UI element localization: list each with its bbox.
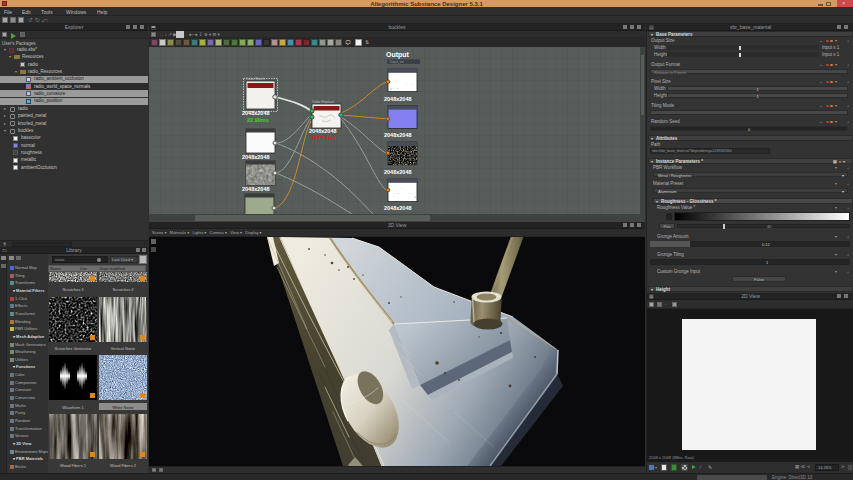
svg-text:1577.9ms: 1577.9ms — [311, 135, 336, 141]
svg-text:2048x2048: 2048x2048 — [242, 186, 270, 192]
svg-text:Color Match: Color Match — [246, 77, 265, 81]
svg-text:22.99ms: 22.99ms — [247, 117, 269, 123]
svg-text:2048x2048: 2048x2048 — [242, 154, 270, 160]
svg-text:2048x2048: 2048x2048 — [309, 128, 337, 134]
svg-text:Output: Output — [386, 51, 410, 59]
svg-text:2048x2048: 2048x2048 — [384, 205, 412, 211]
svg-text:2048x2048: 2048x2048 — [242, 110, 270, 116]
svg-text:Output_set: Output_set — [389, 60, 404, 64]
svg-text:2048x2048: 2048x2048 — [384, 132, 412, 138]
svg-text:2048x2048: 2048x2048 — [384, 169, 412, 175]
svg-text:Color Replace: Color Replace — [312, 100, 334, 104]
svg-text:2048x2048: 2048x2048 — [384, 96, 412, 102]
